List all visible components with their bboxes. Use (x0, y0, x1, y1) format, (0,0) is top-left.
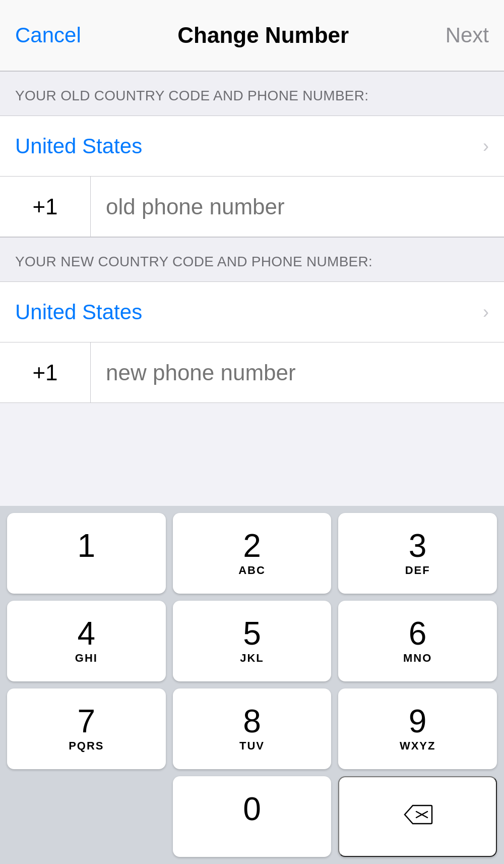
key-9-letters: WXYZ (400, 739, 436, 753)
key-0-number: 0 (243, 793, 261, 825)
key-6-number: 6 (409, 617, 427, 650)
old-section-header-text: YOUR OLD COUNTRY CODE AND PHONE NUMBER: (15, 88, 368, 103)
form-area: YOUR OLD COUNTRY CODE AND PHONE NUMBER: … (0, 71, 504, 506)
content-area: YOUR OLD COUNTRY CODE AND PHONE NUMBER: … (0, 71, 504, 864)
keypad-container: 1 2 ABC 3 DEF 4 GHI 5 JKL 6 MNO (0, 506, 504, 864)
new-country-row[interactable]: United States › (0, 282, 504, 342)
delete-button[interactable] (338, 776, 497, 857)
cancel-button[interactable]: Cancel (15, 23, 81, 47)
key-6-letters: MNO (403, 652, 432, 665)
key-3-letters: DEF (405, 564, 430, 577)
key-9-number: 9 (409, 705, 427, 737)
old-phone-input[interactable] (91, 194, 504, 219)
key-8-letters: TUV (239, 739, 265, 753)
key-1-letters (84, 564, 88, 577)
key-4-number: 4 (78, 617, 96, 650)
keypad-grid: 1 2 ABC 3 DEF 4 GHI 5 JKL 6 MNO (7, 513, 497, 769)
old-country-chevron-icon: › (483, 136, 489, 157)
new-country-code: +1 (0, 342, 91, 402)
page-title: Change Number (177, 23, 349, 48)
new-form-section: United States › +1 (0, 282, 504, 403)
old-country-label: United States (15, 134, 142, 158)
key-5[interactable]: 5 JKL (173, 601, 332, 681)
key-2-letters: ABC (238, 564, 266, 577)
key-6[interactable]: 6 MNO (338, 601, 497, 681)
key-1[interactable]: 1 (7, 513, 166, 594)
delete-icon (403, 801, 433, 832)
key-0[interactable]: 0 (173, 776, 332, 857)
old-country-row[interactable]: United States › (0, 116, 504, 177)
old-section-header: YOUR OLD COUNTRY CODE AND PHONE NUMBER: (0, 71, 504, 116)
key-8[interactable]: 8 TUV (173, 688, 332, 769)
key-8-number: 8 (243, 705, 261, 737)
key-5-letters: JKL (240, 652, 264, 665)
key-2-number: 2 (243, 530, 261, 562)
key-1-number: 1 (78, 530, 96, 562)
nav-bar: Cancel Change Number Next (0, 0, 504, 71)
key-7-number: 7 (78, 705, 96, 737)
key-4[interactable]: 4 GHI (7, 601, 166, 681)
new-section-header: YOUR NEW COUNTRY CODE AND PHONE NUMBER: (0, 237, 504, 282)
key-7[interactable]: 7 PQRS (7, 688, 166, 769)
key-empty (7, 776, 166, 857)
old-phone-row: +1 (0, 177, 504, 237)
new-phone-input[interactable] (91, 360, 504, 385)
new-country-chevron-icon: › (483, 302, 489, 323)
key-7-letters: PQRS (69, 739, 104, 753)
keypad-bottom-row: 0 (7, 776, 497, 864)
key-9[interactable]: 9 WXYZ (338, 688, 497, 769)
new-country-label: United States (15, 300, 142, 324)
key-2[interactable]: 2 ABC (173, 513, 332, 594)
old-country-code: +1 (0, 177, 91, 237)
key-4-letters: GHI (75, 652, 98, 665)
new-section-header-text: YOUR NEW COUNTRY CODE AND PHONE NUMBER: (15, 254, 372, 269)
key-0-letters (250, 827, 254, 840)
next-button[interactable]: Next (446, 23, 489, 47)
key-5-number: 5 (243, 617, 261, 650)
key-3-number: 3 (409, 530, 427, 562)
key-3[interactable]: 3 DEF (338, 513, 497, 594)
old-form-section: United States › +1 (0, 116, 504, 237)
new-phone-row: +1 (0, 342, 504, 403)
